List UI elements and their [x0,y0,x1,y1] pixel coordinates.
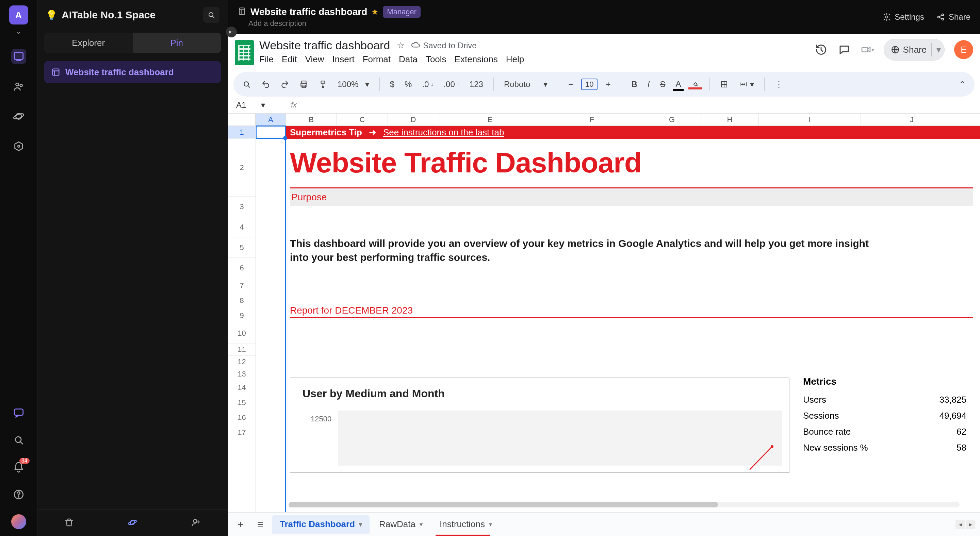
page-title[interactable]: Website traffic dashboard [250,6,367,17]
row-header-8[interactable]: 8 [228,293,256,308]
formula-bar[interactable] [301,97,975,113]
add-member-icon[interactable] [191,517,201,529]
currency-icon[interactable]: $ [388,78,396,90]
menu-file[interactable]: File [259,54,274,65]
column-header-E[interactable]: E [439,114,541,125]
percent-icon[interactable]: % [402,78,414,90]
row-header-15[interactable]: 15 [228,395,256,410]
row-header-6[interactable]: 6 [228,258,256,278]
spreadsheet-grid[interactable]: 1234567891011121314151617 ABCDEFGHIJ Sup… [228,114,980,512]
menu-view[interactable]: View [305,54,324,65]
row-header-2[interactable]: 2 [228,139,256,197]
row-header-13[interactable]: 13 [228,368,256,380]
sheets-share-button[interactable]: Share ▾ [884,39,945,60]
bold-icon[interactable]: B [629,78,639,90]
all-sheets-icon[interactable]: ≡ [253,519,268,530]
row-header-9[interactable]: 9 [228,308,256,323]
column-header-D[interactable]: D [388,114,439,125]
tab-scroll-nav[interactable]: ◂▸ [956,520,975,529]
row-header-12[interactable]: 12 [228,356,256,368]
workspace-switcher-chevron-icon[interactable]: ⌄ [16,27,21,35]
decrease-decimal-icon[interactable]: .0↓ [420,78,435,90]
add-sheet-icon[interactable]: + [233,519,248,530]
toolbar-collapse-icon[interactable]: ⌃ [957,78,968,90]
column-header-B[interactable]: B [286,114,337,125]
nav-search-icon[interactable] [11,433,26,447]
menu-insert[interactable]: Insert [332,54,355,65]
column-header-A[interactable]: A [256,114,286,125]
nav-planet-icon[interactable] [11,109,26,124]
doc-title-input[interactable]: Website traffic dashboard [259,39,390,52]
sheets-logo-icon[interactable] [235,40,254,65]
nav-notifications-icon[interactable]: 34 [11,460,26,475]
horizontal-scrollbar[interactable] [288,502,959,507]
account-avatar[interactable]: E [954,40,973,59]
name-box[interactable]: A1▾ [234,100,281,110]
undo-icon[interactable] [259,79,272,90]
font-select[interactable]: Roboto▾ [502,78,550,90]
chart-user-by-medium[interactable]: User by Medium and Month 12500 [290,377,789,473]
tab-explorer[interactable]: Explorer [44,33,133,53]
sheet-tab-rawdata[interactable]: RawData▾ [372,515,430,534]
decrease-font-icon[interactable]: − [566,78,575,90]
sheet-tab-instructions[interactable]: Instructions▾ [432,515,500,534]
share-button[interactable]: Share [937,12,970,22]
nav-chat-icon[interactable] [11,405,26,420]
row-header-11[interactable]: 11 [228,344,256,356]
row-header-10[interactable]: 10 [228,323,256,344]
planet-small-icon[interactable] [127,517,137,529]
strike-icon[interactable]: S [658,78,667,90]
menu-extensions[interactable]: Extensions [455,54,498,65]
history-icon[interactable] [814,43,828,57]
sidebar-collapse-icon[interactable]: ⇤ [226,27,237,37]
sidebar-search-button[interactable] [203,7,220,23]
comments-icon[interactable] [837,43,851,57]
row-header-3[interactable]: 3 [228,197,256,217]
select-all-cell[interactable] [228,114,256,126]
menu-tools[interactable]: Tools [426,54,447,65]
settings-button[interactable]: Settings [882,12,924,22]
nav-component-icon[interactable] [11,139,26,154]
tip-link[interactable]: See instructions on the last tab [383,127,504,138]
nav-help-icon[interactable] [11,487,26,502]
text-color-icon[interactable]: A [673,78,683,91]
zoom-select[interactable]: 100% ▾ [336,78,371,90]
trash-icon[interactable] [64,517,74,529]
sidebar-item-dashboard[interactable]: Website traffic dashboard [44,61,221,83]
row-header-1[interactable]: 1 [228,126,256,139]
row-header-14[interactable]: 14 [228,380,256,395]
meet-icon[interactable]: ▾ [861,43,874,57]
italic-icon[interactable]: I [646,78,652,90]
tab-pin[interactable]: Pin [133,33,221,53]
column-header-F[interactable]: F [541,114,643,125]
merge-icon[interactable]: ▾ [737,78,756,90]
row-header-17[interactable]: 17 [228,425,256,440]
toolbar-search-icon[interactable] [240,79,253,90]
menu-help[interactable]: Help [506,54,524,65]
menu-edit[interactable]: Edit [282,54,297,65]
fill-color-icon[interactable] [689,79,701,89]
font-size-input[interactable]: 10 [581,79,598,90]
doc-star-icon[interactable]: ☆ [397,40,404,51]
favorite-star-icon[interactable]: ★ [371,7,379,17]
redo-icon[interactable] [278,79,291,90]
more-icon[interactable]: ⋮ [773,78,785,90]
sheet-tab-traffic-dashboard[interactable]: Traffic Dashboard▾ [272,515,369,534]
print-icon[interactable] [298,79,310,90]
description-placeholder[interactable]: Add a description [248,19,421,28]
column-header-J[interactable]: J [861,114,963,125]
borders-icon[interactable] [718,79,730,90]
column-header-C[interactable]: C [337,114,388,125]
row-header-16[interactable]: 16 [228,410,256,425]
paint-format-icon[interactable] [317,79,329,90]
menu-data[interactable]: Data [399,54,417,65]
nav-workbench-icon[interactable] [11,49,26,64]
increase-decimal-icon[interactable]: .00↑ [441,78,461,90]
column-header-G[interactable]: G [643,114,701,125]
increase-font-icon[interactable]: + [604,78,612,90]
number-format-icon[interactable]: 123 [468,78,485,90]
row-header-4[interactable]: 4 [228,217,256,237]
share-caret-icon[interactable]: ▾ [937,44,941,55]
workspace-avatar[interactable]: A [9,5,28,24]
row-header-7[interactable]: 7 [228,278,256,293]
